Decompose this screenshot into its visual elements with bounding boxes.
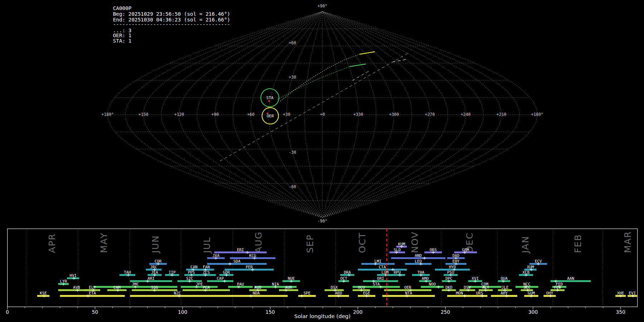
shower-label-dkd: DKD — [445, 285, 453, 290]
skymap-trails — [220, 52, 409, 161]
month-label-sep: SEP — [305, 234, 315, 253]
shower-label-aud: AUD — [254, 285, 262, 290]
month-label-nov: NOV — [410, 231, 420, 253]
shower-label-urs: URS — [476, 291, 483, 296]
shower-label-fan: FAN — [203, 265, 210, 269]
shower-label-aly: ALY — [482, 285, 489, 290]
shower-label-tah: TAH — [124, 270, 131, 275]
x-tick-label: 300 — [528, 309, 538, 315]
lon-label: +30 — [283, 112, 291, 117]
shower-label-tha: THA — [417, 270, 424, 275]
lat-label: +30 — [289, 75, 296, 80]
ecliptic-line — [220, 53, 409, 161]
shower-label-ssg: SSG — [151, 285, 158, 290]
meridian-line — [322, 11, 430, 218]
month-label-jun: JUN — [150, 235, 161, 254]
shower-label-amo: AMO — [422, 276, 429, 281]
lon-label: +270 — [425, 112, 435, 117]
month-label-jan: JAN — [520, 236, 531, 254]
shower-label-pca: PCA — [203, 285, 210, 290]
shower-label-jea: JEA — [151, 270, 158, 275]
shower-label-qua: QUA — [501, 276, 508, 281]
shower-label-fev: FEV — [554, 285, 561, 290]
shower-label-ari: ARI — [147, 276, 155, 281]
pole-label-north: +90° — [317, 4, 327, 9]
shower-label-ors: ORS — [430, 248, 437, 252]
shower-label-nue: NUE — [288, 276, 295, 281]
month-label-feb: FEB — [573, 234, 583, 253]
trail-oer-meteor — [360, 52, 375, 54]
shower-label-gum: GUM — [528, 291, 535, 296]
info-divider: -------------------------------------- — [113, 21, 230, 27]
shower-label-dra: DRA — [344, 270, 351, 275]
station-code: CA000P — [113, 5, 132, 11]
shower-label-cor: COR — [155, 259, 162, 264]
shower-label-jxa: JXA — [213, 253, 220, 258]
radiant-meteor-dot — [267, 113, 268, 114]
shower-label-nia: NIA — [272, 282, 279, 287]
month-label-apr: APR — [47, 233, 57, 253]
shower-label-ohy: OHY — [546, 291, 553, 296]
radiant-label-sta: STA — [266, 96, 273, 100]
shower-label-nda: NDA — [253, 291, 260, 296]
shower-label-psu: PSU — [447, 270, 454, 275]
shower-label-kse: KSE — [40, 291, 47, 296]
shower-label-can: CAN — [190, 265, 197, 269]
shower-label-scc: SCC — [523, 285, 531, 290]
month-label-may: MAY — [99, 232, 109, 253]
lon-label: +120 — [174, 112, 184, 117]
shower-label-ahy: AHY — [501, 291, 508, 296]
x-axis-title: Solar longitude (deg) — [294, 313, 350, 319]
shower-label-per: PER — [246, 265, 253, 269]
shower-label-aur: AUR — [285, 285, 292, 290]
lat-label: +60 — [289, 40, 296, 45]
shower-label-sld: SLD — [394, 248, 401, 252]
shower-label-lum: LUM — [381, 270, 389, 275]
lon-label: +300 — [389, 112, 399, 117]
shower-label-zcs: ZCS — [203, 270, 210, 275]
radiant-label-oer: OER — [267, 114, 274, 118]
month-label-jul: JUL — [202, 237, 212, 254]
shower-label-kcg: KCG — [249, 253, 256, 258]
shower-label-mon: MON — [456, 291, 463, 296]
shower-label-jrc: JRC — [150, 265, 157, 269]
lon-label: +180° — [531, 112, 543, 117]
shower-label-pps: PPS — [188, 270, 195, 275]
meridian-line — [322, 11, 340, 218]
x-tick-label: 200 — [353, 309, 362, 315]
shower-label-evi: EVI — [629, 291, 636, 296]
shower-label-dsv: DSV — [464, 285, 471, 290]
lon-label: +150 — [138, 112, 148, 117]
count-sta: STA: 1 — [113, 38, 132, 44]
count-oer: OER: 1 — [113, 33, 132, 38]
shower-label-oer: OER — [404, 285, 411, 290]
month-label-oct: OCT — [357, 232, 367, 253]
shower-label-aan: AAN — [567, 276, 574, 281]
shower-label-ely: ELY — [89, 285, 96, 290]
shower-label-dsx: DSX — [331, 285, 338, 290]
radiant-meteor-dot — [268, 100, 270, 102]
shower-label-jpe: JPE — [196, 282, 203, 287]
shower-label-gdr: GDR — [223, 270, 230, 275]
shower-label-and: AND — [415, 253, 422, 258]
pole-label-south: -90° — [317, 219, 327, 224]
observation-info-block: CA000P Beg: 20251029 23:56:50 (sol = 216… — [113, 5, 230, 44]
shower-label-ard: ARD — [335, 291, 342, 296]
shower-label-cap: CAP — [217, 276, 224, 281]
shower-label-cta: CTA — [379, 265, 386, 269]
count-unassociated: ...: 3 — [113, 28, 132, 33]
shower-label-xcb: XCB — [522, 270, 530, 275]
shower-label-eri: ERI — [237, 248, 244, 252]
month-label-aug: AUG — [253, 231, 264, 253]
lon-label: +90 — [211, 112, 219, 117]
x-tick-label: 250 — [441, 309, 450, 315]
timeline-panel: APRMAYJUNJULAUGSEPOCTNOVDECJANFEBMAR KUM… — [6, 229, 637, 319]
shower-label-cam: CAM — [113, 285, 121, 290]
shower-label-jle: JLE — [502, 285, 509, 290]
lon-label: +240 — [461, 112, 471, 117]
shower-label-eta: ETA — [89, 291, 96, 296]
x-tick-label: 50 — [92, 309, 98, 315]
shower-label-rpu: RPU — [394, 270, 401, 275]
lon-label: +0 — [320, 112, 325, 117]
shower-label-ehy: EHY — [453, 259, 460, 264]
